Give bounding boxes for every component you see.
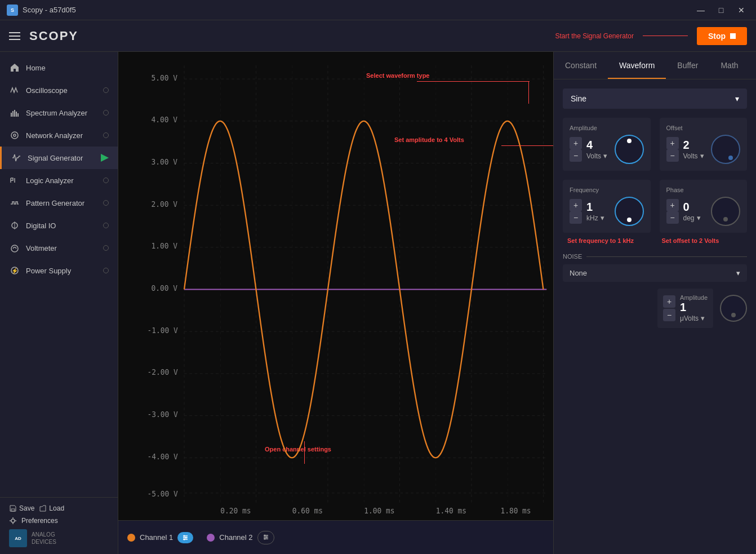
sidebar-item-signal-gen[interactable]: Signal Generator xyxy=(0,147,118,169)
maximize-button[interactable]: □ xyxy=(713,2,729,18)
sidebar-item-power-supply[interactable]: ⚡ Power Supply xyxy=(0,259,118,282)
menu-button[interactable] xyxy=(9,32,20,40)
noise-amplitude-dial-marker xyxy=(731,313,736,317)
noise-amplitude-row: + − Amplitude 1 μVolts ▾ xyxy=(563,289,747,328)
offset-dial-marker xyxy=(728,156,733,160)
stop-button[interactable]: Stop xyxy=(697,27,747,45)
phase-increment[interactable]: + xyxy=(666,199,679,211)
frequency-unit-dropdown-icon[interactable]: ▾ xyxy=(601,214,604,222)
sidebar-item-logic[interactable]: Logic Analyzer xyxy=(0,169,118,192)
sidebar-item-spectrum[interactable]: Spectrum Analyzer xyxy=(0,101,118,124)
titlebar: S Scopy - a57d0f5 — □ ✕ xyxy=(0,0,756,20)
noise-amplitude-increment[interactable]: + xyxy=(663,295,675,308)
noise-amplitude-decrement[interactable]: − xyxy=(663,309,675,321)
svg-point-59 xyxy=(185,537,187,538)
waveform-type-selector[interactable]: Sine ▾ xyxy=(563,88,747,109)
oscilloscope-badge xyxy=(103,87,109,93)
frequency-dial-marker xyxy=(627,218,632,222)
minimize-button[interactable]: — xyxy=(693,2,709,18)
svg-rect-14 xyxy=(11,509,15,511)
frequency-increment[interactable]: + xyxy=(570,199,582,211)
amplitude-with-dial: + − 4 Volts ▾ xyxy=(570,135,644,164)
sidebar-item-network[interactable]: Network Analyzer xyxy=(0,124,118,147)
signal-generator-label: Start the Signal Generator xyxy=(555,32,633,40)
noise-label: NOISE xyxy=(563,253,747,260)
sidebar-label-network: Network Analyzer xyxy=(26,131,97,140)
amplitude-value: 4 xyxy=(586,139,610,152)
phase-value-area: 0 deg ▾ xyxy=(683,201,707,222)
svg-rect-4 xyxy=(14,110,15,117)
spectrum-icon xyxy=(9,107,20,118)
offset-unit-dropdown-icon[interactable]: ▾ xyxy=(700,152,704,160)
signal-gen-play-icon xyxy=(101,154,109,162)
digital-io-badge xyxy=(103,223,109,228)
offset-decrement[interactable]: − xyxy=(666,149,679,162)
power-supply-icon: ⚡ xyxy=(9,265,20,276)
settings-icon xyxy=(182,534,189,541)
phase-unit-dropdown-icon[interactable]: ▾ xyxy=(697,214,701,222)
close-button[interactable]: ✕ xyxy=(733,2,749,18)
tab-waveform[interactable]: Waveform xyxy=(608,52,666,79)
amplitude-dial-marker xyxy=(627,139,632,143)
signal-gen-icon xyxy=(11,152,22,163)
sidebar-item-voltmeter[interactable]: Voltmeter xyxy=(0,237,118,259)
stop-icon xyxy=(730,33,736,39)
noise-amplitude-unit-row: μVolts ▾ xyxy=(680,314,708,322)
annotations-row: Set frequency to 1 kHz Set offset to 2 V… xyxy=(563,237,747,244)
svg-point-15 xyxy=(11,519,15,522)
preferences-button[interactable]: Preferences xyxy=(9,517,109,525)
sidebar-item-digital-io[interactable]: Digital IO xyxy=(0,214,118,237)
svg-text:0.00 V: 0.00 V xyxy=(151,284,177,292)
svg-text:5.00 V: 5.00 V xyxy=(151,73,177,82)
svg-point-8 xyxy=(14,134,16,136)
noise-amplitude-unit-dropdown[interactable]: ▾ xyxy=(701,314,705,322)
tabs-row: Constant Waveform Buffer Math xyxy=(554,52,756,79)
save-button[interactable]: Save xyxy=(9,504,34,512)
offset-dial[interactable] xyxy=(711,135,740,164)
tab-math[interactable]: Math xyxy=(709,52,749,79)
frequency-label: Frequency xyxy=(570,187,644,193)
sidebar-item-home[interactable]: Home xyxy=(0,56,118,79)
noise-type-value: None xyxy=(570,269,587,277)
channel-1-label: Channel 1 xyxy=(140,533,173,542)
load-button[interactable]: Load xyxy=(39,504,64,512)
phase-dial[interactable] xyxy=(711,197,740,226)
tab-buffer[interactable]: Buffer xyxy=(666,52,709,79)
svg-point-11 xyxy=(11,245,18,252)
sidebar-item-oscilloscope[interactable]: Oscilloscope xyxy=(0,79,118,101)
noise-section: NOISE None ▾ + − xyxy=(563,253,747,328)
amplitude-decrement[interactable]: − xyxy=(570,149,582,162)
phase-dial-marker xyxy=(723,217,728,221)
annotation-frequency-text: Set frequency to 1 kHz xyxy=(563,237,653,244)
channel-2-settings-button[interactable] xyxy=(257,531,274,544)
svg-text:-5.00 V: -5.00 V xyxy=(147,490,177,498)
svg-text:-2.00 V: -2.00 V xyxy=(147,368,177,376)
sidebar-item-pattern[interactable]: Pattern Generator xyxy=(0,192,118,214)
svg-point-66 xyxy=(264,538,265,539)
power-supply-badge xyxy=(103,268,109,273)
svg-rect-3 xyxy=(12,111,14,117)
frequency-decrement[interactable]: − xyxy=(570,211,582,224)
amplitude-unit-dropdown-icon[interactable]: ▾ xyxy=(603,152,607,160)
sidebar-label-signal-gen: Signal Generator xyxy=(28,154,95,162)
offset-increment[interactable]: + xyxy=(666,137,679,149)
amplitude-stepper: + − xyxy=(570,137,582,162)
phase-with-dial: + − 0 deg ▾ xyxy=(666,197,741,226)
noise-amplitude-control: + − Amplitude 1 μVolts ▾ xyxy=(657,289,713,328)
frequency-dial[interactable] xyxy=(615,197,644,226)
offset-control: Offset + − 2 Volts ▾ xyxy=(660,118,748,171)
spectrum-badge xyxy=(103,110,109,116)
network-icon xyxy=(9,130,20,141)
main-panel: Select waveform type Set amplitude to 4 … xyxy=(118,52,553,554)
phase-decrement[interactable]: − xyxy=(666,211,679,224)
offset-label: Offset xyxy=(666,125,741,131)
sidebar-nav: Home Oscilloscope Spectrum Analyzer xyxy=(0,52,118,497)
noise-amplitude-dial[interactable] xyxy=(720,295,747,322)
amplitude-dial[interactable] xyxy=(615,135,644,164)
channel-1-settings-button[interactable] xyxy=(177,532,193,543)
amplitude-increment[interactable]: + xyxy=(570,137,582,149)
noise-type-selector[interactable]: None ▾ xyxy=(563,264,747,282)
frequency-with-dial: + − 1 kHz ▾ xyxy=(570,197,644,226)
settings-icon-2 xyxy=(263,534,269,540)
tab-constant[interactable]: Constant xyxy=(554,52,608,79)
